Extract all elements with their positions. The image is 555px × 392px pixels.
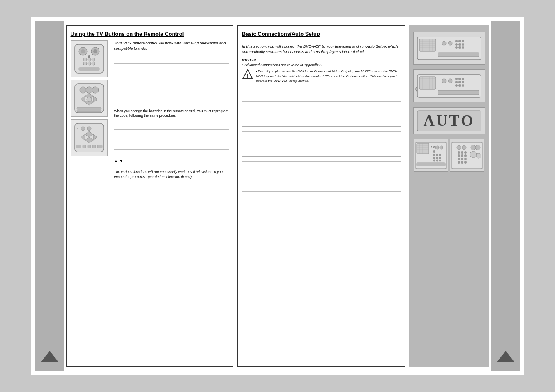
- content-line: [114, 136, 229, 142]
- two-columns: Using the TV Buttons on the Remote Contr…: [66, 25, 489, 367]
- svg-point-125: [458, 158, 460, 160]
- svg-rect-26: [77, 107, 101, 109]
- svg-point-66: [462, 46, 464, 49]
- svg-rect-67: [438, 53, 479, 57]
- content-line: [114, 129, 229, 135]
- right-lines-2: [242, 131, 401, 150]
- divider-6: [114, 165, 229, 165]
- svg-text:!: !: [246, 73, 249, 79]
- svg-rect-12: [79, 68, 99, 70]
- divider-3: [114, 97, 229, 97]
- svg-point-131: [470, 151, 477, 158]
- svg-point-122: [458, 154, 460, 157]
- main-content: Using the TV Buttons on the Remote Contr…: [64, 21, 491, 371]
- svg-point-56: [442, 41, 446, 45]
- svg-point-3: [81, 49, 85, 53]
- remote-image-1: [71, 40, 108, 77]
- right-divider-2: [242, 126, 401, 127]
- content-line: [242, 185, 401, 191]
- svg-point-30: [81, 127, 85, 131]
- right-text-block-top: In this section, you will connect the DV…: [242, 44, 401, 85]
- svg-point-21: [87, 97, 92, 102]
- svg-rect-89: [438, 90, 479, 95]
- svg-point-15: [86, 87, 92, 93]
- svg-point-116: [475, 145, 480, 150]
- svg-point-84: [458, 81, 461, 83]
- left-text-area: Your VCR remote control will work with S…: [114, 40, 229, 181]
- svg-point-88: [462, 84, 464, 87]
- svg-point-128: [458, 161, 460, 164]
- content-line: [242, 95, 401, 101]
- bullet-1: • Advanced Connections are covered in Ap…: [242, 63, 401, 68]
- svg-point-10: [88, 62, 91, 65]
- bottom-device-left: 1.0: [414, 139, 448, 172]
- notes-label: NOTES:: [242, 58, 401, 62]
- svg-rect-40: [83, 145, 86, 148]
- page-container: Using the TV Buttons on the Remote Contr…: [0, 0, 555, 392]
- svg-point-61: [455, 43, 458, 46]
- remote-svg-3: + + -: [73, 121, 106, 154]
- svg-point-9: [83, 62, 87, 65]
- divider-2: [114, 79, 229, 79]
- right-lines-3: [242, 161, 401, 174]
- svg-rect-27: [77, 110, 101, 112]
- remote-images: + + - -: [71, 40, 108, 181]
- page-content: Using the TV Buttons on the Remote Contr…: [31, 17, 524, 375]
- svg-point-81: [458, 78, 461, 80]
- svg-text:AUTO: AUTO: [423, 112, 474, 129]
- svg-point-112: [439, 159, 441, 161]
- remote-image-2: + + - -: [71, 80, 108, 117]
- svg-point-79: [448, 79, 452, 83]
- content-line: [114, 123, 229, 129]
- content-line: [242, 131, 401, 137]
- svg-point-132: [476, 153, 481, 158]
- svg-point-78: [442, 79, 446, 83]
- svg-point-64: [455, 46, 458, 49]
- svg-point-80: [455, 78, 458, 80]
- svg-point-120: [461, 151, 463, 154]
- content-line: [242, 168, 401, 174]
- svg-point-119: [458, 151, 460, 154]
- svg-point-108: [436, 157, 438, 159]
- svg-point-124: [464, 154, 467, 157]
- bottom-device-svg-right: [451, 140, 484, 171]
- bullet-2-text: • Even if you plan to use the S-Video or…: [256, 69, 401, 83]
- content-line: [242, 101, 401, 107]
- left-intro-text: Your VCR remote control will work with S…: [114, 40, 229, 51]
- content-lines-3: [114, 99, 229, 104]
- content-line: [242, 138, 401, 144]
- svg-rect-42: [92, 145, 96, 148]
- remote-svg-2: + + - -: [73, 82, 106, 115]
- svg-point-65: [458, 46, 461, 49]
- svg-point-111: [436, 159, 438, 161]
- svg-rect-41: [88, 145, 91, 148]
- svg-point-58: [455, 40, 458, 42]
- warning-icon: !: [242, 69, 253, 81]
- svg-point-106: [439, 154, 441, 156]
- right-intro-text: In this section, you will connect the DV…: [242, 44, 401, 55]
- svg-point-60: [462, 40, 464, 42]
- svg-point-107: [433, 157, 435, 159]
- content-line: [242, 115, 401, 120]
- svg-point-118: [462, 145, 466, 150]
- right-devices-panel: AUTO: [409, 25, 489, 367]
- right-lines-4: [242, 185, 401, 197]
- auto-display-box: AUTO: [413, 107, 485, 134]
- divider-1: [114, 55, 229, 55]
- svg-point-85: [462, 81, 464, 83]
- content-line: [114, 81, 229, 87]
- content-line: [242, 108, 401, 114]
- content-lines-4: [114, 123, 229, 155]
- left-col-inner: + + - -: [71, 40, 229, 181]
- svg-point-63: [462, 43, 464, 46]
- sidebar-triangle-right: [497, 351, 515, 362]
- svg-point-126: [461, 158, 463, 160]
- warning-note: The various functions will not necessari…: [114, 170, 229, 180]
- svg-point-59: [458, 40, 461, 42]
- bottom-device-right: [450, 139, 484, 172]
- right-lines-1: [242, 95, 401, 120]
- svg-point-129: [461, 161, 463, 164]
- svg-rect-43: [97, 145, 102, 148]
- svg-point-57: [448, 41, 452, 45]
- svg-text:+: +: [97, 127, 99, 130]
